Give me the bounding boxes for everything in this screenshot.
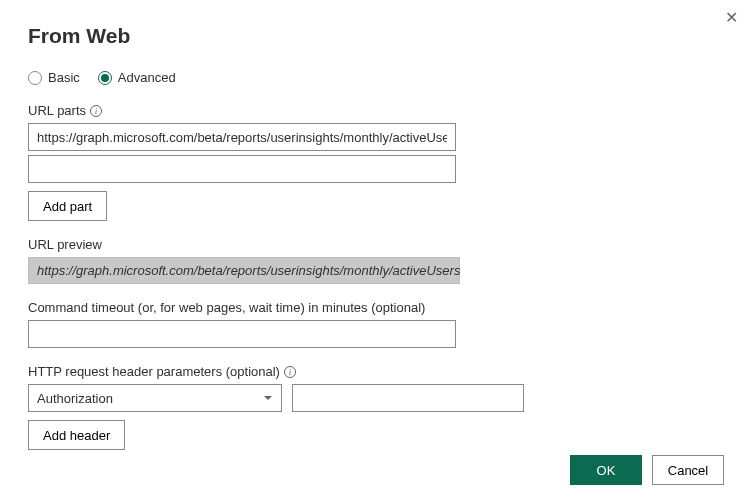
radio-basic-label: Basic — [48, 70, 80, 85]
radio-advanced-label: Advanced — [118, 70, 176, 85]
ok-button[interactable]: OK — [570, 455, 642, 485]
timeout-label: Command timeout (or, for web pages, wait… — [28, 300, 724, 315]
close-icon[interactable]: ✕ — [725, 10, 738, 26]
radio-off-icon — [28, 71, 42, 85]
add-part-button[interactable]: Add part — [28, 191, 107, 221]
dialog-footer: OK Cancel — [570, 455, 724, 485]
dialog-title: From Web — [28, 24, 724, 48]
header-name-value[interactable] — [28, 384, 282, 412]
url-preview-value: https://graph.microsoft.com/beta/reports… — [28, 257, 460, 284]
cancel-button[interactable]: Cancel — [652, 455, 724, 485]
mode-radio-group: Basic Advanced — [28, 70, 724, 85]
url-preview-label: URL preview — [28, 237, 724, 252]
info-icon[interactable]: i — [90, 105, 102, 117]
radio-advanced[interactable]: Advanced — [98, 70, 176, 85]
radio-basic[interactable]: Basic — [28, 70, 80, 85]
info-icon[interactable]: i — [284, 366, 296, 378]
url-parts-label: URL parts i — [28, 103, 724, 118]
timeout-input[interactable] — [28, 320, 456, 348]
radio-on-icon — [98, 71, 112, 85]
add-header-button[interactable]: Add header — [28, 420, 125, 450]
url-part-input-0[interactable] — [28, 123, 456, 151]
url-part-input-1[interactable] — [28, 155, 456, 183]
header-value-input[interactable] — [292, 384, 524, 412]
headers-label: HTTP request header parameters (optional… — [28, 364, 724, 379]
header-name-select[interactable] — [28, 384, 282, 412]
